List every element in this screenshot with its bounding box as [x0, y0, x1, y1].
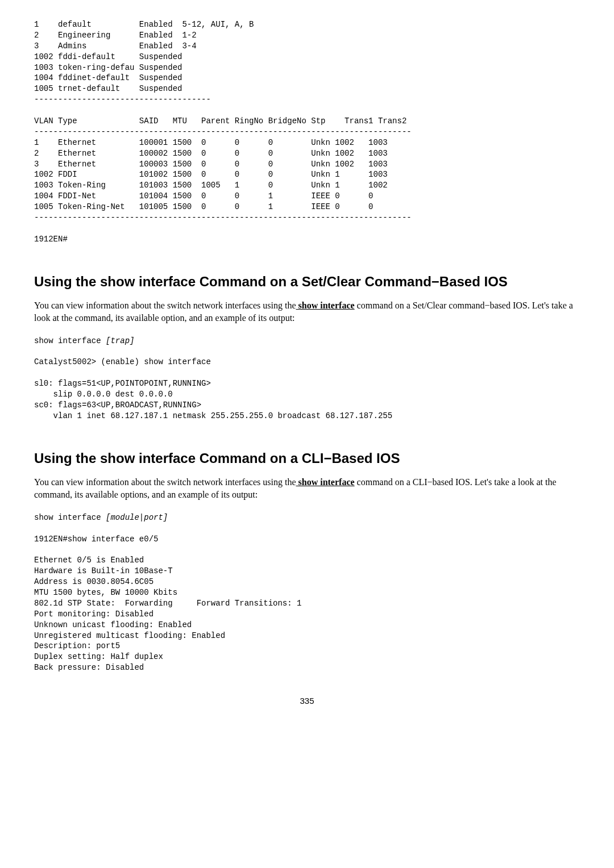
- show-interface-setclear-output: show interface [trap] Catalyst5002> (ena…: [34, 336, 580, 422]
- pre2-cmd: show interface: [34, 336, 106, 345]
- page-number: 335: [34, 695, 580, 707]
- para-setclear: You can view information about the switc…: [34, 299, 580, 325]
- para-setclear-a: You can view information about the switc…: [34, 301, 296, 310]
- pre3-arg: [module|port]: [106, 513, 168, 522]
- pre3-body: 1912EN#show interface e0/5 Ethernet 0/5 …: [34, 535, 301, 673]
- para-cli: You can view information about the switc…: [34, 476, 580, 502]
- show-interface-cli-output: show interface [module|port] 1912EN#show…: [34, 512, 580, 673]
- cmd-show-interface-1: show interface: [296, 301, 355, 310]
- pre2-body: Catalyst5002> (enable) show interface sl…: [34, 357, 392, 420]
- para-cli-a: You can view information about the switc…: [34, 477, 296, 487]
- cmd-show-interface-2: show interface: [296, 477, 355, 487]
- heading-setclear: Using the show interface Command on a Se…: [34, 272, 580, 291]
- heading-cli: Using the show interface Command on a CL…: [34, 449, 580, 468]
- vlan-table-output: 1 default Enabled 5-12, AUI, A, B 2 Engi…: [34, 19, 580, 245]
- pre3-cmd: show interface: [34, 513, 106, 522]
- pre2-arg: [trap]: [106, 336, 134, 345]
